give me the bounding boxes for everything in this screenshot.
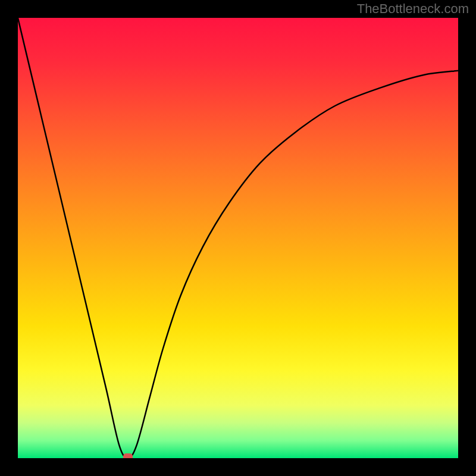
attribution-label: TheBottleneck.com <box>357 1 469 17</box>
minimum-marker <box>123 453 133 458</box>
plot-area <box>18 18 458 458</box>
chart-svg <box>18 18 458 458</box>
chart-container: TheBottleneck.com <box>0 0 476 476</box>
